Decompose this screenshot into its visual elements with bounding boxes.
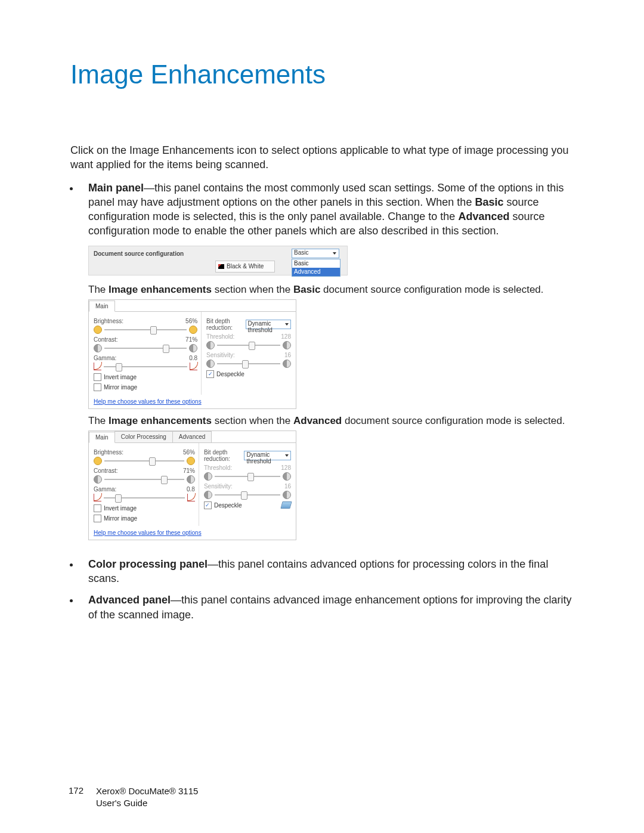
- source-mode-value: Basic: [294, 249, 308, 256]
- sun-bright-icon: [187, 457, 195, 465]
- caption2-post: document source configuration mode is se…: [342, 415, 565, 426]
- sensitivity-value: 16: [284, 483, 291, 490]
- page-title: Image Enhancements: [70, 60, 578, 89]
- bullet-color-lead: Color processing panel: [88, 558, 208, 570]
- caption1-b1: Image enhancements: [109, 284, 212, 295]
- caption-advanced: The Image enhancements section when the …: [88, 415, 578, 427]
- page-footer: 172 Xerox® DocuMate® 3115 User's Guide: [69, 785, 198, 810]
- tab-advanced[interactable]: Advanced: [172, 431, 212, 442]
- bdr-dropdown[interactable]: Dynamic threshold: [246, 320, 291, 329]
- gamma-slider[interactable]: [94, 363, 197, 371]
- despeckle-checkbox[interactable]: ✓Despeckle: [204, 501, 291, 509]
- caption2-pre: The: [88, 415, 109, 426]
- checkbox-icon: [94, 504, 101, 512]
- caption1-post: document source configuration mode is se…: [320, 284, 543, 295]
- gamma-low-icon: [94, 494, 101, 501]
- bullet-main-lead: Main panel: [88, 182, 144, 194]
- gamma-slider[interactable]: [94, 494, 195, 502]
- sensitivity-label: Sensitivity:: [206, 352, 235, 358]
- contrast-high-icon: [189, 344, 197, 352]
- threshold-slider[interactable]: [206, 341, 291, 349]
- dropdown-option-basic[interactable]: Basic: [292, 259, 340, 268]
- threshold-low-icon: [206, 341, 215, 349]
- help-link[interactable]: Help me choose values for these options: [89, 526, 206, 540]
- mirror-label: Mirror image: [104, 384, 137, 391]
- despeckle-label: Despeckle: [216, 371, 244, 377]
- threshold-value: 128: [281, 465, 291, 471]
- source-mode-dropdown[interactable]: Basic: [292, 249, 339, 258]
- threshold-high-icon: [283, 472, 291, 481]
- contrast-slider[interactable]: [94, 475, 195, 484]
- despeckle-checkbox[interactable]: ✓Despeckle: [206, 370, 291, 378]
- tab-color-processing[interactable]: Color Processing: [114, 431, 173, 442]
- caption1-b2: Basic: [293, 284, 320, 295]
- sensitivity-slider[interactable]: [204, 491, 291, 499]
- contrast-value: 71%: [185, 336, 197, 343]
- invert-label: Invert image: [104, 505, 137, 512]
- caption-basic: The Image enhancements section when the …: [88, 284, 578, 296]
- sun-dim-icon: [94, 326, 102, 334]
- bullet-main-b2: Advanced: [458, 210, 509, 222]
- contrast-label: Contrast:: [94, 336, 118, 343]
- caption1-pre: The: [88, 284, 109, 295]
- bullet-advanced-panel: Advanced panel—this panel contains advan…: [80, 593, 578, 622]
- bullet-color-panel: Color processing panel—this panel contai…: [80, 557, 578, 586]
- source-config-label: Document source configuration: [94, 250, 184, 257]
- footer-doc-title: User's Guide: [96, 797, 198, 809]
- enhancements-panel-basic: Main Brightness:56% Contrast:71% Gamma:0…: [88, 299, 296, 409]
- sensitivity-label: Sensitivity:: [204, 483, 233, 490]
- bdr-label: Bit depth reduction:: [206, 318, 246, 331]
- contrast-label: Contrast:: [94, 467, 118, 474]
- help-link[interactable]: Help me choose values for these options: [89, 395, 206, 408]
- caption2-mid: section when the: [212, 415, 293, 426]
- contrast-low-icon: [94, 344, 102, 352]
- source-mode-dropdown-list[interactable]: Basic Advanced: [292, 259, 340, 277]
- sens-low-icon: [204, 491, 212, 499]
- invert-label: Invert image: [104, 374, 137, 380]
- invert-image-checkbox[interactable]: Invert image: [94, 373, 197, 381]
- threshold-low-icon: [204, 472, 212, 481]
- tab-main[interactable]: Main: [89, 301, 115, 312]
- sensitivity-slider[interactable]: [206, 360, 291, 368]
- bullet-main-panel: Main panel—this panel contains the most …: [80, 181, 578, 239]
- contrast-slider[interactable]: [94, 344, 197, 352]
- brightness-slider[interactable]: [94, 326, 197, 334]
- bullet-adv-lead: Advanced panel: [88, 594, 171, 606]
- footer-product: Xerox® DocuMate® 3115: [96, 785, 198, 797]
- threshold-high-icon: [283, 341, 291, 349]
- mirror-label: Mirror image: [104, 515, 137, 522]
- checkbox-icon: [94, 383, 101, 391]
- checkbox-icon: ✓: [204, 501, 212, 509]
- sens-high-icon: [283, 491, 291, 499]
- brightness-slider[interactable]: [94, 457, 195, 465]
- gamma-high-icon: [190, 363, 197, 370]
- invert-image-checkbox[interactable]: Invert image: [94, 504, 195, 512]
- gamma-label: Gamma:: [94, 486, 116, 493]
- threshold-value: 128: [281, 333, 291, 340]
- sun-bright-icon: [189, 326, 197, 334]
- sun-dim-icon: [94, 457, 102, 465]
- contrast-high-icon: [187, 475, 195, 484]
- bdr-label: Bit depth reduction:: [204, 449, 244, 462]
- enhancements-panel-advanced: Main Color Processing Advanced Brightnes…: [88, 431, 296, 540]
- bullet-main-b1: Basic: [475, 196, 503, 208]
- gamma-value: 0.8: [189, 355, 197, 361]
- brightness-label: Brightness:: [94, 318, 123, 324]
- tab-bw-label: Black & White: [227, 263, 264, 270]
- threshold-label: Threshold:: [204, 465, 232, 471]
- tab-main[interactable]: Main: [89, 432, 115, 443]
- mirror-image-checkbox[interactable]: Mirror image: [94, 515, 195, 522]
- threshold-label: Threshold:: [206, 333, 234, 340]
- checkbox-icon: ✓: [206, 370, 214, 378]
- bdr-dropdown[interactable]: Dynamic threshold: [244, 451, 291, 460]
- dropdown-option-advanced[interactable]: Advanced: [292, 268, 340, 276]
- threshold-slider[interactable]: [204, 472, 291, 481]
- screenshot-source-config: Document source configuration Black & Wh…: [88, 246, 348, 275]
- brightness-label: Brightness:: [94, 449, 123, 456]
- sens-low-icon: [206, 360, 215, 368]
- mirror-image-checkbox[interactable]: Mirror image: [94, 383, 197, 391]
- gamma-low-icon: [94, 363, 101, 370]
- sens-high-icon: [283, 360, 291, 368]
- eraser-icon[interactable]: [280, 501, 292, 509]
- tab-black-and-white[interactable]: Black & White: [215, 261, 275, 272]
